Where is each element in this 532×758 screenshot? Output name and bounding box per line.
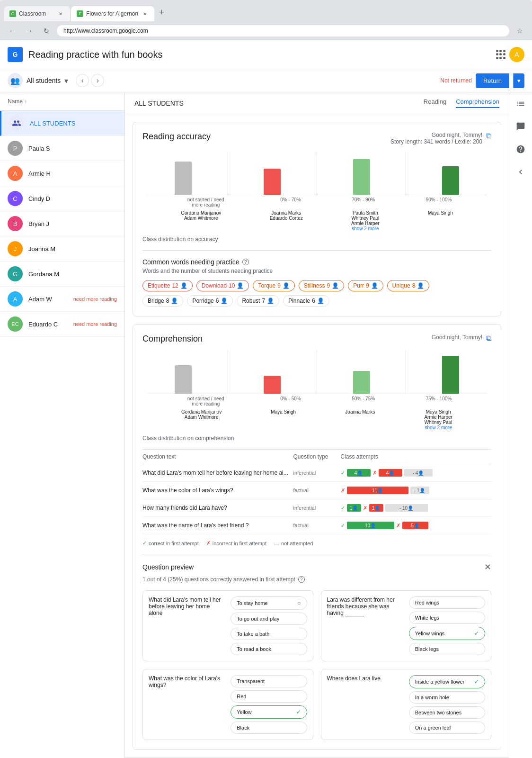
- divider-3: [406, 152, 406, 195]
- tab-comprehension[interactable]: Comprehension: [456, 98, 499, 108]
- avatar-cindy: C: [8, 191, 23, 206]
- grid-menu-icon[interactable]: [496, 50, 505, 59]
- q2-options: Red wings White legs Yellow wings ✓: [409, 596, 485, 655]
- q4-incorrect-x: ✗: [396, 523, 400, 529]
- bar-group-70-90: [353, 159, 370, 195]
- forward-button[interactable]: →: [23, 24, 36, 37]
- preview-info-icon[interactable]: ?: [298, 576, 305, 583]
- sidebar-item-adam[interactable]: A Adam W need more reading: [0, 287, 124, 312]
- chip-stillness[interactable]: Stillness 9👤: [299, 280, 344, 291]
- sidebar-item-cindy[interactable]: C Cindy D: [0, 186, 124, 211]
- q2-attempts: ✗ 11👤 - 1👤: [341, 487, 492, 494]
- common-words-title: Common words needing practice ?: [142, 258, 491, 266]
- chip-porridge[interactable]: Porridge 6👤: [187, 295, 233, 307]
- chip-pinnacle[interactable]: Pinnacle 6👤: [283, 295, 329, 307]
- q1-opt1[interactable]: To stay home ○: [231, 596, 307, 610]
- q1-opt4[interactable]: To read a book: [231, 643, 307, 655]
- q2-opt3[interactable]: Yellow wings ✓: [409, 627, 485, 640]
- comp-divider-2: [317, 351, 317, 394]
- chip-robust[interactable]: Robust 7👤: [237, 295, 279, 307]
- chip-bridge[interactable]: Bridge 8👤: [142, 295, 183, 307]
- sidebar-item-eduardo[interactable]: EC Eduardo C need more reading: [0, 312, 124, 337]
- legend-not-attempted: — not attempted: [274, 541, 313, 546]
- common-words-info-icon[interactable]: ?: [242, 259, 249, 265]
- q3-opt3-text: Yellow: [237, 709, 251, 715]
- tab-flowers[interactable]: F Flowers for Algernon ✕: [71, 6, 154, 21]
- q3-opt3[interactable]: Yellow ✓: [231, 705, 307, 719]
- return-dropdown-button[interactable]: ▾: [513, 73, 524, 88]
- q2-stem: Lara was different from her friends beca…: [327, 596, 403, 655]
- back-button[interactable]: ←: [6, 24, 19, 37]
- collapse-icon[interactable]: [513, 164, 528, 180]
- return-section: Not returned Return ▾: [440, 73, 524, 88]
- help-icon[interactable]: [513, 142, 528, 157]
- q4-opt3[interactable]: Between two stones: [409, 706, 485, 719]
- table-row: How many friends did Lara have? inferent…: [142, 499, 491, 517]
- chip-unique[interactable]: Unique 8👤: [387, 280, 430, 291]
- reading-story-info: Story length: 341 words / Lexile: 200: [390, 138, 482, 145]
- q4-opt2[interactable]: In a worm hole: [409, 691, 485, 704]
- sidebar-item-armie[interactable]: A Armie H: [0, 161, 124, 186]
- comp-label-not-started: not started / need more reading: [182, 396, 230, 406]
- reading-external-link-icon[interactable]: ⧉: [486, 132, 491, 140]
- legend-incorrect: ✗ incorrect in first attempt: [206, 540, 266, 546]
- new-tab-button[interactable]: +: [155, 4, 168, 21]
- list-view-icon[interactable]: [513, 96, 528, 111]
- tab-close-classroom[interactable]: ✕: [57, 10, 64, 18]
- sidebar-item-all-students[interactable]: ALL STUDENTS: [0, 111, 124, 136]
- sidebar-header: Name ↑: [0, 92, 124, 111]
- tab-close-flowers[interactable]: ✕: [141, 10, 149, 18]
- q3-opt2[interactable]: Red: [231, 690, 307, 703]
- tab-classroom[interactable]: C Classroom ✕: [4, 6, 70, 21]
- sidebar-item-paula[interactable]: P Paula S: [0, 136, 124, 161]
- q2-opt4[interactable]: Black legs: [409, 643, 485, 655]
- chip-download[interactable]: Download 10👤: [196, 280, 249, 291]
- comp-external-link-icon[interactable]: ⧉: [486, 334, 491, 343]
- collapse-preview-button[interactable]: ✕: [484, 562, 491, 572]
- sidebar-item-bryan[interactable]: B Bryan J: [0, 211, 124, 236]
- prev-student-button[interactable]: ‹: [76, 74, 89, 87]
- sidebar-item-joanna[interactable]: J Joanna M: [0, 236, 124, 262]
- refresh-button[interactable]: ↻: [40, 24, 53, 37]
- chip-etiquette[interactable]: Etiquette 12👤: [142, 280, 193, 291]
- q4-opt1[interactable]: Inside a yellow flower ✓: [409, 675, 485, 688]
- sort-icon[interactable]: ↑: [25, 99, 27, 104]
- chat-icon[interactable]: [513, 119, 528, 134]
- preview-header: Question preview ✕: [142, 562, 491, 572]
- chip-purr[interactable]: Purr 9👤: [348, 280, 383, 291]
- chip-torque[interactable]: Torque 9👤: [253, 280, 294, 291]
- reading-bars: [147, 153, 487, 195]
- q1-opt2-text: To go out and play: [237, 616, 279, 622]
- names-not-started: Gordana MarijanovAdam Whitmore: [181, 210, 221, 231]
- student-name-armie: Armie H: [28, 170, 117, 177]
- q3-incorrect-bar: 1👤: [369, 504, 383, 512]
- sidebar-item-gordana[interactable]: G Gordana M: [0, 262, 124, 287]
- next-student-button[interactable]: ›: [91, 74, 104, 87]
- user-avatar[interactable]: A: [509, 47, 524, 62]
- student-selector-bar: 👥 All students ▾ ‹ › Not returned Return…: [0, 69, 532, 92]
- student-dropdown-icon[interactable]: ▾: [64, 76, 68, 85]
- url-bar[interactable]: http://www.classroom.google.com: [57, 25, 509, 36]
- sidebar: Name ↑ ALL STUDENTS P Paula S: [0, 92, 125, 758]
- comp-bar-not-started: [175, 365, 192, 394]
- return-button[interactable]: Return: [476, 73, 509, 88]
- show-more-comp[interactable]: show 2 more: [425, 425, 452, 430]
- q3-opt4[interactable]: Black: [231, 722, 307, 734]
- q1-opt3[interactable]: To take a bath: [231, 628, 307, 640]
- q2-opt1[interactable]: Red wings: [409, 596, 485, 609]
- q4-opt4[interactable]: On a green leaf: [409, 722, 485, 734]
- header-icons: A: [496, 47, 524, 62]
- q1-opt3-text: To take a bath: [237, 631, 269, 637]
- comp-bar-75-100: [442, 356, 459, 394]
- q2-opt2[interactable]: White legs: [409, 612, 485, 624]
- tab-reading[interactable]: Reading: [424, 98, 446, 108]
- reading-greeting: Good night, Tommy!: [390, 132, 482, 138]
- q4-text: What was the name of Lara's best friend …: [142, 522, 293, 529]
- q1-opt2[interactable]: To go out and play: [231, 613, 307, 625]
- show-more-reading[interactable]: show 2 more: [352, 226, 379, 231]
- q3-opt1[interactable]: Transparent: [231, 675, 307, 687]
- q3-correct-check-icon: ✓: [296, 709, 301, 715]
- comp-bar-group-50-75: [353, 371, 370, 394]
- chip-word: Etiquette: [148, 282, 170, 289]
- bookmark-button[interactable]: ☆: [513, 24, 526, 37]
